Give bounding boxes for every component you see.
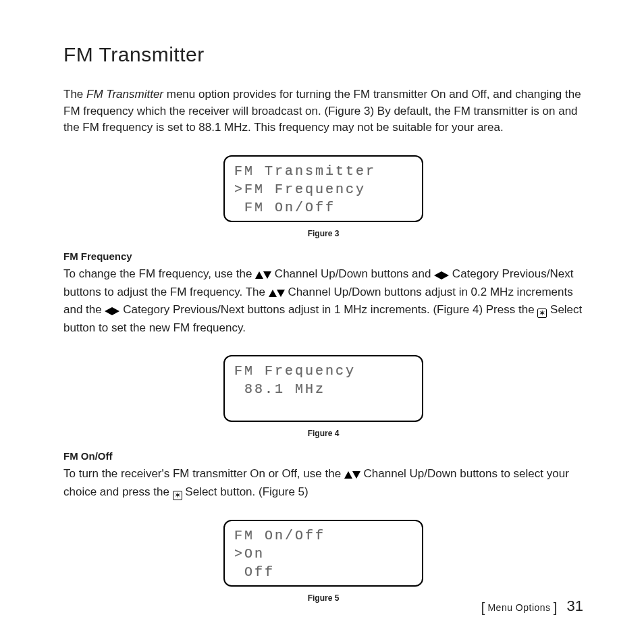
lcd-line: FM On/Off — [234, 527, 410, 545]
fm-onoff-heading: FM On/Off — [63, 450, 583, 462]
footer-section: Menu Options — [487, 602, 550, 613]
up-down-icon — [344, 467, 360, 484]
text: To change the FM frequency, use the — [63, 267, 255, 280]
lcd-line: FM Transmitter — [234, 162, 410, 180]
up-down-icon — [255, 267, 271, 284]
text: Select button. (Figure 5) — [182, 485, 308, 498]
lcd-line: >FM Frequency — [234, 180, 410, 198]
figure-3: FM Transmitter >FM Frequency FM On/Off — [63, 155, 583, 222]
select-icon: ✶ — [537, 308, 547, 318]
manual-page: FM Transmitter The FM Transmitter menu o… — [0, 0, 644, 644]
lcd-line: FM On/Off — [234, 198, 410, 217]
left-right-icon — [434, 267, 449, 284]
bracket-right: ] — [554, 600, 558, 615]
figure-5: FM On/Off >On Off — [63, 520, 583, 587]
figure-4: FM Frequency 88.1 MHz — [63, 355, 583, 422]
text: Category Previous/Next buttons adjust in… — [119, 303, 537, 316]
lcd-line: >On — [234, 545, 410, 563]
lcd-line — [234, 398, 410, 417]
intro-paragraph: The FM Transmitter menu option provides … — [63, 86, 583, 136]
up-down-icon — [269, 286, 285, 302]
figure-caption: Figure 4 — [63, 429, 583, 438]
lcd-line: Off — [234, 563, 410, 581]
lcd-screen: FM Frequency 88.1 MHz — [223, 355, 423, 422]
intro-italic: FM Transmitter — [86, 88, 163, 101]
select-icon: ✶ — [173, 491, 182, 500]
text: To turn the receiver's FM transmitter On… — [63, 467, 344, 480]
text: Channel Up/Down buttons and — [271, 267, 434, 280]
fm-frequency-paragraph: To change the FM frequency, use the Chan… — [63, 266, 583, 337]
fm-onoff-paragraph: To turn the receiver's FM transmitter On… — [63, 466, 583, 500]
left-right-icon — [105, 303, 119, 320]
figure-caption: Figure 3 — [63, 229, 583, 238]
page-footer: [ Menu Options ] 31 — [481, 597, 583, 616]
fm-frequency-heading: FM Frequency — [63, 250, 583, 262]
page-number: 31 — [567, 597, 583, 614]
lcd-line: FM Frequency — [234, 362, 410, 380]
lcd-screen: FM On/Off >On Off — [223, 520, 423, 587]
page-title: FM Transmitter — [63, 43, 583, 66]
lcd-line: 88.1 MHz — [234, 380, 410, 398]
intro-prefix: The — [63, 88, 86, 101]
bracket-left: [ — [481, 600, 485, 615]
lcd-screen: FM Transmitter >FM Frequency FM On/Off — [223, 155, 423, 222]
